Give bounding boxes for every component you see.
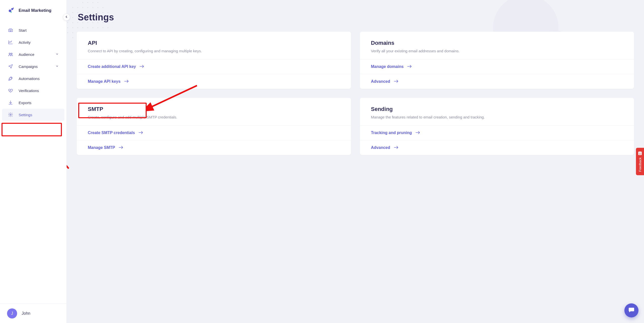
app-root: Email Marketing StartActivityAudienceCam… [0, 0, 644, 323]
card-links: Create SMTP credentialsManage SMTP [77, 125, 351, 155]
sidebar-item-label: Start [19, 28, 58, 32]
card-title: API [88, 40, 340, 46]
card-link-advanced[interactable]: Advanced [360, 140, 634, 155]
card-link-advanced[interactable]: Advanced [360, 74, 634, 89]
settings-card-domains: DomainsVerify all your existing email ad… [360, 32, 634, 89]
card-link-label: Create additional API key [88, 64, 136, 69]
sidebar-header: Email Marketing [0, 0, 66, 19]
card-link-label: Create SMTP credentials [88, 131, 135, 135]
sidebar-item-label: Campaigns [19, 64, 50, 69]
main-content: Settings APIConnect to API by creating, … [67, 0, 644, 323]
sidebar-item-label: Settings [19, 113, 58, 117]
svg-line-10 [67, 136, 69, 169]
gear-icon [8, 112, 13, 117]
chevron-down-icon [56, 65, 58, 68]
user-initial: J [11, 311, 13, 316]
chat-icon [628, 307, 635, 314]
rocket-icon [8, 76, 13, 81]
feedback-label: Feedback [638, 157, 642, 172]
svg-point-8 [10, 114, 11, 115]
sidebar-item-settings[interactable]: Settings [2, 109, 64, 121]
svg-point-7 [11, 77, 12, 78]
arrow-right-icon [124, 79, 129, 84]
card-header: SMTPCreate, configure and add multiple S… [77, 98, 351, 125]
sidebar-footer[interactable]: J John [0, 304, 66, 323]
card-links: Create additional API keyManage API keys [77, 59, 351, 89]
sidebar-item-label: Activity [19, 40, 58, 45]
sidebar-item-activity[interactable]: Activity [2, 36, 64, 48]
sidebar-item-label: Audience [19, 52, 50, 57]
arrow-right-icon [407, 64, 412, 69]
card-link-manage smtp[interactable]: Manage SMTP [77, 140, 351, 155]
people-icon [8, 52, 13, 57]
sidebar-item-audience[interactable]: Audience [2, 48, 64, 60]
card-title: Sending [371, 106, 623, 112]
card-link-label: Advanced [371, 145, 390, 150]
svg-point-3 [11, 12, 12, 13]
sidebar-item-automations[interactable]: Automations [2, 72, 64, 85]
card-links: Manage domainsAdvanced [360, 59, 634, 89]
heart-icon [8, 88, 13, 93]
card-description: Verify all your existing email addresses… [371, 49, 623, 53]
settings-card-smtp: SMTPCreate, configure and add multiple S… [77, 98, 351, 155]
card-header: SendingManage the features related to em… [360, 98, 634, 125]
send-icon [8, 64, 13, 69]
card-link-label: Tracking and pruning [371, 131, 412, 135]
settings-card-api: APIConnect to API by creating, configuri… [77, 32, 351, 89]
arrow-right-icon [415, 131, 420, 135]
smiley-icon [638, 151, 642, 155]
card-header: APIConnect to API by creating, configuri… [77, 32, 351, 59]
card-title: Domains [371, 40, 623, 46]
svg-point-2 [13, 8, 14, 9]
sidebar-nav: StartActivityAudienceCampaignsAutomation… [0, 19, 66, 304]
sidebar-item-verifications[interactable]: Verifications [2, 85, 64, 97]
card-description: Connect to API by creating, configuring … [88, 49, 340, 53]
user-avatar: J [7, 308, 17, 318]
arrow-right-icon [118, 145, 124, 150]
card-title: SMTP [88, 106, 340, 112]
brand-name: Email Marketing [19, 8, 51, 13]
sidebar-item-campaigns[interactable]: Campaigns [2, 60, 64, 72]
sidebar-item-label: Automations [19, 76, 58, 81]
sidebar-item-exports[interactable]: Exports [2, 97, 64, 109]
arrow-right-icon [394, 145, 399, 150]
chat-launcher-button[interactable] [624, 303, 638, 317]
sidebar-item-label: Verifications [19, 89, 58, 93]
feedback-tab[interactable]: Feedback [636, 148, 644, 175]
svg-point-4 [10, 30, 11, 31]
annotation-arrow-to-settings [67, 133, 72, 171]
card-link-manage api keys[interactable]: Manage API keys [77, 74, 351, 89]
svg-point-6 [11, 53, 12, 54]
page-title: Settings [78, 12, 634, 23]
user-name: John [22, 311, 30, 316]
sidebar-item-start[interactable]: Start [2, 24, 64, 36]
download-icon [8, 100, 13, 105]
chevron-down-icon [56, 53, 58, 56]
settings-cards-grid: APIConnect to API by creating, configuri… [77, 32, 634, 155]
card-link-manage domains[interactable]: Manage domains [360, 59, 634, 74]
settings-card-sending: SendingManage the features related to em… [360, 98, 634, 155]
card-links: Tracking and pruningAdvanced [360, 125, 634, 155]
card-link-label: Manage SMTP [88, 145, 115, 150]
sidebar: Email Marketing StartActivityAudienceCam… [0, 0, 67, 323]
svg-rect-11 [638, 151, 642, 155]
activity-icon [8, 40, 13, 45]
camera-icon [8, 28, 13, 33]
card-link-label: Manage API keys [88, 79, 120, 84]
arrow-right-icon [138, 131, 143, 135]
arrow-right-icon [139, 64, 144, 69]
sidebar-item-label: Exports [19, 101, 58, 105]
svg-point-5 [9, 53, 10, 54]
app-logo-icon [8, 7, 15, 14]
arrow-right-icon [394, 79, 399, 84]
card-link-tracking and pruning[interactable]: Tracking and pruning [360, 125, 634, 140]
card-link-label: Manage domains [371, 64, 404, 69]
card-link-label: Advanced [371, 79, 390, 84]
card-link-create smtp credentials[interactable]: Create SMTP credentials [77, 125, 351, 140]
card-link-create additional api key[interactable]: Create additional API key [77, 59, 351, 74]
card-header: DomainsVerify all your existing email ad… [360, 32, 634, 59]
card-description: Manage the features related to email cre… [371, 115, 623, 119]
card-description: Create, configure and add multiple SMTP … [88, 115, 340, 119]
